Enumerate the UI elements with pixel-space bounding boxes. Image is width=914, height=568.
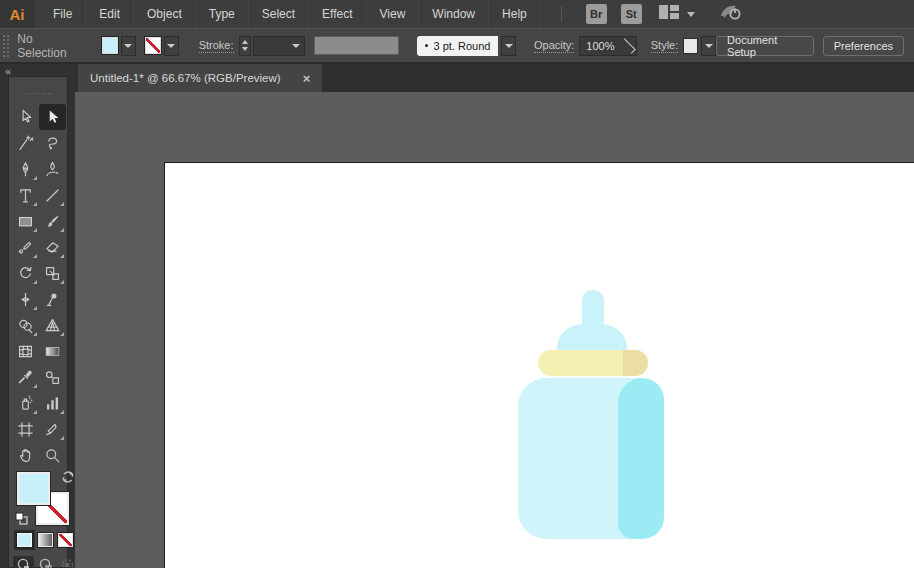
stroke-weight-dropdown[interactable] bbox=[253, 36, 305, 56]
draw-behind-button[interactable] bbox=[35, 556, 56, 568]
slice-tool[interactable] bbox=[39, 416, 66, 442]
close-tab-icon[interactable]: × bbox=[303, 72, 311, 85]
menu-list: FileEditObjectTypeSelectEffectViewWindow… bbox=[40, 0, 541, 28]
magic-wand-tool[interactable] bbox=[12, 130, 39, 156]
chevron-down-icon bbox=[705, 44, 713, 48]
tools-panel-grip[interactable] bbox=[26, 92, 52, 95]
tools-panel-region: « bbox=[0, 64, 75, 568]
selection-tool[interactable] bbox=[39, 104, 66, 130]
direct-selection-tool[interactable] bbox=[12, 104, 39, 130]
chevron-down-icon bbox=[124, 44, 132, 48]
stroke-weight-label[interactable]: Stroke: bbox=[199, 39, 234, 53]
lasso-tool[interactable] bbox=[39, 130, 66, 156]
column-graph-tool[interactable] bbox=[39, 390, 66, 416]
shape-builder-tool[interactable] bbox=[12, 312, 39, 338]
document-tab-title: Untitled-1* @ 66.67% (RGB/Preview) bbox=[90, 72, 281, 84]
stepper-down-icon[interactable] bbox=[242, 47, 248, 51]
menu-help[interactable]: Help bbox=[489, 0, 541, 28]
chevron-down-icon bbox=[687, 12, 695, 17]
canvas[interactable] bbox=[75, 92, 914, 568]
fill-swatch[interactable] bbox=[17, 472, 50, 505]
menu-view[interactable]: View bbox=[367, 0, 420, 28]
blend-tool[interactable] bbox=[39, 364, 66, 390]
swap-fill-stroke-icon[interactable] bbox=[61, 470, 75, 488]
brush-dropdown-button[interactable] bbox=[501, 36, 516, 56]
eraser-tool[interactable] bbox=[39, 234, 66, 260]
brush-preview-dot-icon bbox=[425, 44, 428, 47]
type-tool[interactable] bbox=[12, 182, 39, 208]
draw-normal-button[interactable] bbox=[13, 556, 34, 568]
hand-tool[interactable] bbox=[12, 442, 39, 468]
gpu-performance-icon[interactable] bbox=[717, 3, 743, 25]
artboard[interactable] bbox=[164, 162, 914, 568]
menu-edit[interactable]: Edit bbox=[86, 0, 134, 28]
graphic-style-swatch[interactable] bbox=[683, 38, 698, 54]
baby-bottle-illustration bbox=[165, 163, 914, 568]
mesh-tool[interactable] bbox=[12, 338, 39, 364]
perspective-grid-tool[interactable] bbox=[39, 312, 66, 338]
menu-window[interactable]: Window bbox=[419, 0, 489, 28]
selection-status: No Selection bbox=[17, 32, 80, 60]
pen-tool[interactable] bbox=[12, 156, 39, 182]
brush-definition-select[interactable]: 3 pt. Round bbox=[417, 36, 498, 56]
menu-bar: Ai FileEditObjectTypeSelectEffectViewWin… bbox=[0, 0, 914, 28]
curvature-tool[interactable] bbox=[39, 156, 66, 182]
menu-type[interactable]: Type bbox=[196, 0, 249, 28]
document-tab[interactable]: Untitled-1* @ 66.67% (RGB/Preview) × bbox=[78, 64, 322, 92]
preferences-button[interactable]: Preferences bbox=[823, 36, 904, 56]
app-logo: Ai bbox=[0, 0, 34, 28]
zoom-tool[interactable] bbox=[39, 442, 66, 468]
eyedropper-tool[interactable] bbox=[12, 364, 39, 390]
gradient-tool[interactable] bbox=[39, 338, 66, 364]
gradient-button[interactable] bbox=[37, 532, 54, 548]
opacity-label[interactable]: Opacity: bbox=[534, 39, 574, 53]
bridge-button[interactable]: Br bbox=[586, 4, 607, 24]
fill-stroke-cluster bbox=[9, 470, 84, 530]
bottle-nipple-base[interactable] bbox=[557, 324, 627, 352]
draw-mode-row bbox=[9, 556, 84, 568]
tool-grid bbox=[12, 104, 66, 468]
artboard-tool[interactable] bbox=[12, 416, 39, 442]
puppet-warp-tool[interactable] bbox=[39, 286, 66, 312]
workspace-layout-icon bbox=[658, 4, 680, 24]
menu-effect[interactable]: Effect bbox=[309, 0, 366, 28]
chevron-right-icon bbox=[620, 38, 636, 54]
stroke-color-swatch[interactable] bbox=[145, 37, 161, 54]
none-button[interactable] bbox=[57, 532, 74, 548]
menu-select[interactable]: Select bbox=[249, 0, 309, 28]
fill-color-dropdown-button[interactable] bbox=[121, 36, 136, 56]
bottle-ring-shade[interactable] bbox=[623, 350, 648, 376]
workspace-switcher[interactable] bbox=[658, 4, 695, 24]
controlbar-grip[interactable] bbox=[2, 34, 10, 58]
rectangle-tool[interactable] bbox=[12, 208, 39, 234]
document-setup-button[interactable]: Document Setup bbox=[716, 36, 814, 56]
fill-color-swatch[interactable] bbox=[102, 37, 118, 54]
stroke-weight-stepper[interactable] bbox=[239, 36, 251, 56]
stock-button[interactable]: St bbox=[621, 4, 642, 24]
stroke-color-dropdown-button[interactable] bbox=[164, 36, 179, 56]
default-fill-stroke-icon[interactable] bbox=[15, 511, 28, 529]
width-tool[interactable] bbox=[12, 286, 39, 312]
opacity-value[interactable]: 100% bbox=[580, 40, 619, 52]
document-tab-bar: Untitled-1* @ 66.67% (RGB/Preview) × bbox=[75, 64, 914, 92]
opacity-field[interactable]: 100% bbox=[579, 36, 636, 56]
color-button[interactable] bbox=[16, 532, 33, 548]
menu-object[interactable]: Object bbox=[134, 0, 196, 28]
menubar-right-group: Br St bbox=[551, 3, 743, 25]
shaper-tool[interactable] bbox=[12, 234, 39, 260]
scale-tool[interactable] bbox=[39, 260, 66, 286]
stepper-up-icon[interactable] bbox=[242, 40, 248, 44]
style-dropdown-button[interactable] bbox=[701, 36, 716, 56]
style-label[interactable]: Style: bbox=[651, 39, 679, 53]
line-segment-tool[interactable] bbox=[39, 182, 66, 208]
symbol-sprayer-tool[interactable] bbox=[12, 390, 39, 416]
paint-mode-row bbox=[9, 532, 84, 552]
opacity-panel-button[interactable] bbox=[620, 37, 636, 55]
rotate-tool[interactable] bbox=[12, 260, 39, 286]
brush-definition-value: 3 pt. Round bbox=[434, 40, 491, 52]
menu-file[interactable]: File bbox=[40, 0, 86, 28]
chevron-down-icon bbox=[505, 44, 513, 48]
chevron-down-icon bbox=[167, 44, 175, 48]
bottle-body-shade[interactable] bbox=[618, 378, 664, 539]
paintbrush-tool[interactable] bbox=[39, 208, 66, 234]
